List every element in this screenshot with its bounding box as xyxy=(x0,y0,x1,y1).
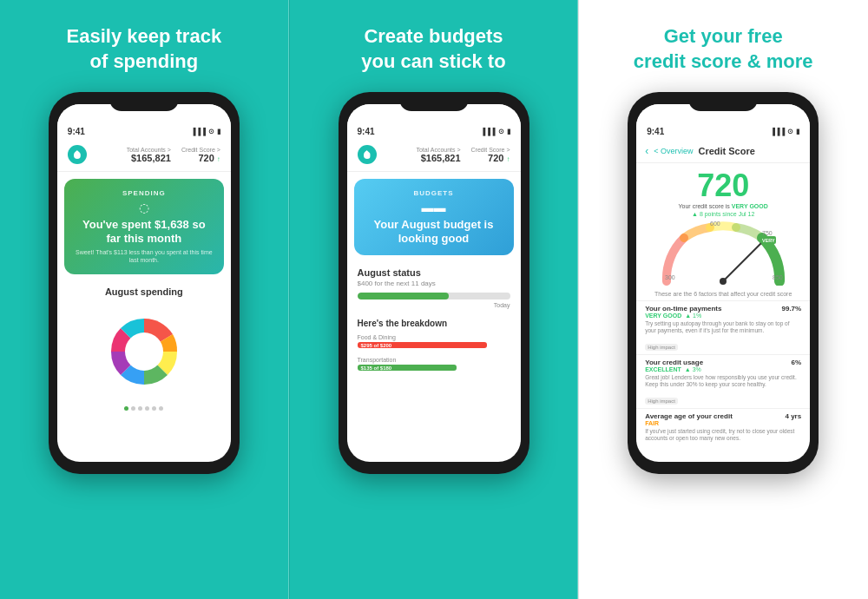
time-3: 9:41 xyxy=(647,127,664,136)
mint-logo-2 xyxy=(358,145,377,164)
battery-icon-3: ▮ xyxy=(796,128,799,135)
status-icons-1: ▐▐▐ ⊙ ▮ xyxy=(191,128,220,135)
factor-usage-value: 6% xyxy=(792,359,802,366)
factor-age: Average age of your credit 4 yrs FAIR If… xyxy=(636,408,810,446)
transport-bar: $135 of $180 xyxy=(358,365,510,371)
spending-card: SPENDING ◌ You've spent $1,638 so far th… xyxy=(64,179,224,274)
svg-point-3 xyxy=(720,278,727,285)
factor-usage-status: EXCELLENT xyxy=(645,366,681,372)
factor-age-status-row: FAIR xyxy=(645,420,801,426)
total-accounts-value-2: $165,821 xyxy=(421,153,461,163)
food-bar: $295 of $200 xyxy=(358,342,510,348)
factor-usage-status-row: EXCELLENT ▲ 3% xyxy=(645,366,801,372)
status-icons-2: ▐▐▐ ⊙ ▮ xyxy=(480,128,510,135)
august-status-sub: $400 for the next 11 days xyxy=(347,280,521,293)
credit-score-value-1: 720 ↑ xyxy=(198,153,220,163)
mint-header-2: Total Accounts > $165,821 Credit Score >… xyxy=(347,140,521,172)
total-accounts-stat-2: Total Accounts > $165,821 xyxy=(416,147,460,163)
wifi-icon: ⊙ xyxy=(208,128,214,135)
notch-3 xyxy=(688,92,758,111)
svg-text:VERY: VERY xyxy=(762,238,775,243)
credit-score-label-1: Credit Score > xyxy=(181,147,220,153)
total-accounts-value: $165,821 xyxy=(131,153,171,163)
factor-usage-header: Your credit usage 6% xyxy=(645,359,801,366)
factor-usage-name: Your credit usage xyxy=(645,359,703,366)
credit-score-change: ▲ 8 points since Jul 12 xyxy=(636,211,810,221)
spending-sub-text: Sweet! That's $113 less than you spent a… xyxy=(75,248,214,264)
spending-category: SPENDING xyxy=(75,189,214,197)
panel-credit: Get your free credit score & more 9:41 ▐… xyxy=(578,0,868,599)
signal-icon-3: ▐▐▐ xyxy=(770,128,785,135)
progress-bar xyxy=(358,293,510,300)
factor-payments: Your on-time payments 99.7% VERY GOOD ▲ … xyxy=(636,300,810,354)
mint-drop-icon xyxy=(74,150,81,159)
svg-text:300: 300 xyxy=(665,274,675,280)
today-label: Today xyxy=(358,302,510,308)
factor-payments-impact: High impact xyxy=(645,344,678,351)
credit-score-number: 720 xyxy=(636,163,810,203)
credit-header: ‹ < Overview Credit Score xyxy=(636,140,810,163)
budget-item-food: Food & Dining $295 of $200 xyxy=(347,332,521,351)
progress-fill xyxy=(358,293,450,300)
transport-label: Transportation xyxy=(358,357,510,363)
donut-chart xyxy=(57,300,231,403)
food-label: Food & Dining xyxy=(358,334,510,340)
credit-screen-title: Credit Score xyxy=(698,146,754,156)
status-icons-3: ▐▐▐ ⊙ ▮ xyxy=(770,128,799,135)
credit-score-value-2: 720 ↑ xyxy=(488,153,510,163)
svg-text:600: 600 xyxy=(710,221,720,227)
factor-payments-value: 99.7% xyxy=(781,305,801,313)
breakdown-title: Here's the breakdown xyxy=(347,315,521,332)
svg-line-2 xyxy=(723,242,762,281)
total-accounts-stat: Total Accounts > $165,821 xyxy=(127,147,171,163)
credit-score-stat-1: Credit Score > 720 ↑ xyxy=(181,147,220,163)
credit-gauge: 300 600 750 850 VERY xyxy=(636,221,810,289)
time-1: 9:41 xyxy=(68,127,85,136)
panel-spending: Easily keep track of spending 9:41 ▐▐▐ ⊙… xyxy=(0,0,289,599)
factor-usage-impact: High impact xyxy=(645,398,678,405)
phone-1: 9:41 ▐▐▐ ⊙ ▮ Total Accounts > $165,821 xyxy=(49,92,240,474)
wifi-icon-3: ⊙ xyxy=(787,128,793,135)
factor-age-desc: If you've just started using credit, try… xyxy=(645,426,801,444)
back-arrow[interactable]: ‹ xyxy=(645,145,648,157)
time-2: 9:41 xyxy=(358,127,375,136)
battery-icon-2: ▮ xyxy=(507,128,510,135)
spending-icon: ◌ xyxy=(75,201,214,214)
factor-age-name: Average age of your credit xyxy=(645,412,733,420)
credit-score-label-2: Credit Score > xyxy=(471,147,510,153)
header-info-1: Total Accounts > $165,821 Credit Score >… xyxy=(127,147,220,163)
wifi-icon-2: ⊙ xyxy=(498,128,504,135)
panel-1-heading: Easily keep track of spending xyxy=(67,24,222,76)
phone-3: 9:41 ▐▐▐ ⊙ ▮ ‹ < Overview Credit Score 7… xyxy=(628,92,819,474)
battery-icon: ▮ xyxy=(217,128,220,135)
budget-item-transport: Transportation $135 of $180 xyxy=(347,354,521,373)
page-dots-1 xyxy=(57,403,231,414)
spending-main-text: You've spent $1,638 so far this month xyxy=(75,218,214,245)
notch-1 xyxy=(109,92,179,111)
svg-text:750: 750 xyxy=(762,230,773,236)
notch-2 xyxy=(399,92,469,111)
dot-3 xyxy=(138,406,142,411)
budget-icon: ▬▬ xyxy=(365,201,503,214)
gauge-svg: 300 600 750 850 VERY xyxy=(658,221,788,286)
factor-payments-desc: Try setting up autopay through your bank… xyxy=(645,319,801,337)
budget-main-text: Your August budget is looking good xyxy=(365,218,503,245)
panel-budgets: Create budgets you can stick to 9:41 ▐▐▐… xyxy=(289,0,579,599)
dot-2 xyxy=(131,406,135,411)
credit-score-stat-2: Credit Score > 720 ↑ xyxy=(471,147,510,163)
dot-5 xyxy=(152,406,156,411)
credit-score-status-label: Your credit score is VERY GOOD xyxy=(636,203,810,211)
factor-payments-status: VERY GOOD xyxy=(645,313,681,319)
phone-2: 9:41 ▐▐▐ ⊙ ▮ Total Accounts > $165,821 xyxy=(339,92,529,474)
mint-drop-icon-2 xyxy=(364,150,371,159)
august-spending-title: August spending xyxy=(57,281,231,300)
total-accounts-label: Total Accounts > xyxy=(127,147,171,153)
overview-link[interactable]: < Overview xyxy=(654,147,693,155)
budget-progress: Today xyxy=(347,293,521,315)
food-bar-fill: $295 of $200 xyxy=(358,342,488,348)
factor-usage-desc: Great job! Lenders love how responsibly … xyxy=(645,372,801,391)
total-accounts-label-2: Total Accounts > xyxy=(416,147,460,153)
budget-category: BUDGETS xyxy=(365,189,503,197)
factor-payments-header: Your on-time payments 99.7% xyxy=(645,305,801,313)
mint-header-1: Total Accounts > $165,821 Credit Score >… xyxy=(57,140,231,172)
